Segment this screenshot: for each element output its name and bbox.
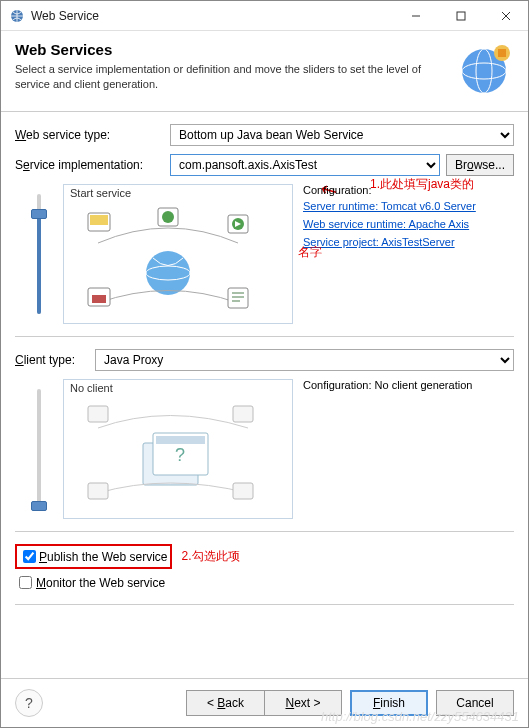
service-project-link[interactable]: Service project: AxisTestServer xyxy=(303,236,514,248)
app-icon xyxy=(9,8,25,24)
help-icon: ? xyxy=(25,695,33,711)
service-type-select[interactable]: Bottom up Java bean Web Service xyxy=(170,124,514,146)
client-level-slider[interactable] xyxy=(15,379,63,519)
browse-button[interactable]: Browse... xyxy=(446,154,514,176)
page-title: Web Services xyxy=(15,41,454,58)
diagram-title: Start service xyxy=(64,185,292,201)
maximize-icon xyxy=(456,11,466,21)
page-description: Select a service implementation or defin… xyxy=(15,62,454,93)
svg-point-15 xyxy=(162,211,174,223)
svg-point-10 xyxy=(146,251,190,295)
service-diagram: Start service xyxy=(63,184,293,324)
svg-rect-27 xyxy=(156,436,205,444)
monitor-checkbox[interactable] xyxy=(19,576,32,589)
title-bar: Web Service xyxy=(1,1,528,31)
svg-rect-9 xyxy=(498,49,506,57)
maximize-button[interactable] xyxy=(438,1,483,30)
divider xyxy=(15,336,514,337)
svg-rect-21 xyxy=(228,288,248,308)
server-runtime-link[interactable]: Server runtime: Tomcat v6.0 Server xyxy=(303,200,514,212)
service-impl-select[interactable]: com.pansoft.axis.AxisTest xyxy=(170,154,440,176)
config-label: Configuration:名字 xyxy=(303,184,514,196)
monitor-label[interactable]: Monitor the Web service xyxy=(36,576,165,590)
svg-rect-13 xyxy=(90,215,108,225)
window-title: Web Service xyxy=(31,9,393,23)
divider xyxy=(15,531,514,532)
annotation-2: 2.勾选此项 xyxy=(182,548,240,565)
close-icon xyxy=(501,11,511,21)
annotation-1b: 名字 xyxy=(298,244,322,261)
cancel-button[interactable]: Cancel xyxy=(436,690,514,716)
publish-checkbox[interactable] xyxy=(23,550,36,563)
minimize-button[interactable] xyxy=(393,1,438,30)
service-level-slider[interactable] xyxy=(15,184,63,324)
client-type-label: Client type: xyxy=(15,353,95,367)
wizard-header: Web Services Select a service implementa… xyxy=(1,31,528,112)
svg-rect-29 xyxy=(88,406,108,422)
service-type-label: Web service type: xyxy=(15,128,170,142)
service-impl-label: Service implementation: xyxy=(15,158,170,172)
svg-rect-30 xyxy=(233,406,253,422)
help-button[interactable]: ? xyxy=(15,689,43,717)
client-diagram: No client ? xyxy=(63,379,293,519)
next-button[interactable]: Next > xyxy=(264,690,342,716)
wizard-footer: ? < Back Next > Finish Cancel xyxy=(1,679,528,727)
svg-rect-20 xyxy=(92,295,106,303)
wizard-icon xyxy=(454,41,514,101)
client-diagram-title: No client xyxy=(64,380,292,396)
svg-rect-31 xyxy=(88,483,108,499)
publish-label[interactable]: Publish the Web service xyxy=(39,550,168,564)
close-button[interactable] xyxy=(483,1,528,30)
svg-rect-32 xyxy=(233,483,253,499)
divider xyxy=(15,604,514,605)
ws-runtime-link[interactable]: Web service runtime: Apache Axis xyxy=(303,218,514,230)
wizard-content: Web service type: Bottom up Java bean We… xyxy=(1,112,528,679)
highlight-publish: Publish the Web service xyxy=(15,544,172,569)
svg-rect-2 xyxy=(457,12,465,20)
finish-button[interactable]: Finish xyxy=(350,690,428,716)
back-button[interactable]: < Back xyxy=(186,690,264,716)
minimize-icon xyxy=(411,11,421,21)
svg-text:?: ? xyxy=(175,445,185,465)
client-type-select[interactable]: Java Proxy xyxy=(95,349,514,371)
client-config-text: Configuration: No client generation xyxy=(303,379,514,391)
